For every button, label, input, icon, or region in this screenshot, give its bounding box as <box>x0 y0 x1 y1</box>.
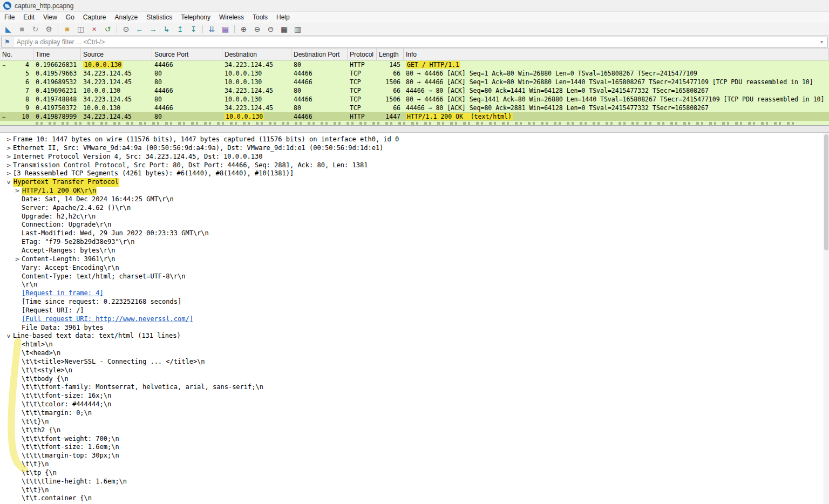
expander-closed-icon[interactable]: > <box>13 187 22 195</box>
colorize-icon[interactable]: ▤ <box>219 23 232 35</box>
expander-open-icon[interactable]: v <box>4 178 13 187</box>
reload-file-icon[interactable]: ↺ <box>101 23 114 35</box>
menu-analyze[interactable]: Analyze <box>111 12 142 22</box>
packet-row-7[interactable]: 70.41969623110.0.0.1304446634.223.124.45… <box>0 86 829 95</box>
expander-closed-icon[interactable]: > <box>4 144 13 153</box>
detail-line[interactable]: \t\t}\n <box>0 418 829 426</box>
expander-open-icon[interactable]: v <box>4 332 13 340</box>
detail-line[interactable]: ETag: "f79-5e28b29d38e93"\r\n <box>0 238 829 247</box>
detail-line[interactable]: \t\t\tfont-weight: 700;\n <box>0 435 829 444</box>
detail-line[interactable]: [Full request URI: http://www.neverssl.c… <box>0 315 829 324</box>
detail-line[interactable]: \t\t\tfont-family: Montserrat, helvetica… <box>0 383 829 392</box>
detail-line[interactable]: [Time since request: 0.223252168 seconds… <box>0 298 829 307</box>
menu-capture[interactable]: Capture <box>79 12 111 22</box>
menu-edit[interactable]: Edit <box>19 12 39 22</box>
detail-line[interactable]: [Request URI: /] <box>0 307 829 315</box>
filter-bookmark-icon[interactable]: ⚑ <box>2 37 13 47</box>
go-to-bottom-icon[interactable]: ↧ <box>187 23 200 35</box>
detail-line[interactable]: \t\t\tmargin: 0;\n <box>0 409 829 418</box>
menu-help[interactable]: Help <box>272 12 294 22</box>
column-header-info[interactable]: Info <box>404 49 829 60</box>
detail-tree-node[interactable]: >Transmission Control Protocol, Src Port… <box>0 161 829 170</box>
pane-splitter[interactable] <box>0 125 829 133</box>
detail-line[interactable]: \t\t}\n <box>0 460 829 469</box>
column-header-protocol[interactable]: Protocol <box>348 49 377 60</box>
packet-row-9[interactable]: 90.41975037210.0.0.1304446634.223.124.45… <box>0 104 829 112</box>
detail-line[interactable]: \t\t\tcolor: #444444;\n <box>0 400 829 409</box>
menu-tools[interactable]: Tools <box>248 12 272 22</box>
detail-line[interactable]: \t\tp {\n <box>0 469 829 478</box>
detail-link[interactable]: [Request in frame: 4] <box>22 289 104 298</box>
find-packet-icon[interactable]: ⊙ <box>119 23 133 35</box>
column-header-source[interactable]: Source <box>81 49 152 60</box>
detail-link[interactable]: [Full request URI: http://www.neverssl.c… <box>22 315 193 324</box>
auto-scroll-icon[interactable]: ⇊ <box>205 23 219 35</box>
packet-row-8[interactable]: 80.41974884834.223.124.458010.0.0.130444… <box>0 95 829 104</box>
packet-row-6[interactable]: 60.41968953234.223.124.458010.0.0.130444… <box>0 78 829 86</box>
column-header-destination[interactable]: Destination <box>222 49 291 60</box>
menu-file[interactable]: File <box>0 12 19 22</box>
zoom-100-icon[interactable]: ⊜ <box>264 23 277 35</box>
packet-row-10[interactable]: ←100.41987899934.223.124.458010.0.0.1304… <box>0 112 829 121</box>
column-header-no-[interactable]: No. <box>0 49 33 60</box>
expander-closed-icon[interactable]: > <box>4 161 13 170</box>
menu-telephony[interactable]: Telephony <box>176 12 215 22</box>
detail-tree-node[interactable]: >Ethernet II, Src: VMware_9d:a4:9a (00:5… <box>0 144 829 153</box>
detail-tree-node[interactable]: vLine-based text data: text/html (131 li… <box>0 332 829 340</box>
detail-tree-node[interactable]: >Content-Length: 3961\r\n <box>0 255 829 264</box>
detail-line[interactable]: \t<head>\n <box>0 349 829 358</box>
detail-line[interactable]: Server: Apache/2.4.62 ()\r\n <box>0 204 829 213</box>
detail-line[interactable]: \t\th2 {\n <box>0 426 829 435</box>
go-forward-icon[interactable]: → <box>146 23 160 35</box>
detail-line[interactable]: [Request in frame: 4] <box>0 289 829 298</box>
detail-line[interactable]: \t\t\tfont-size: 16x;\n <box>0 392 829 400</box>
menu-statistics[interactable]: Statistics <box>142 12 176 22</box>
menu-wireless[interactable]: Wireless <box>215 12 248 22</box>
detail-line[interactable]: \t\t.container {\n <box>0 494 829 503</box>
detail-line[interactable]: \t\t\tmargin-top: 30px;\n <box>0 452 829 460</box>
packet-row-5[interactable]: 50.41957966334.223.124.458010.0.0.130444… <box>0 69 829 78</box>
detail-line[interactable]: \t\t}\n <box>0 486 829 495</box>
menu-view[interactable]: View <box>39 12 62 22</box>
capture-options-icon[interactable]: ⚙ <box>42 23 56 35</box>
detail-line[interactable]: Connection: Upgrade\r\n <box>0 221 829 229</box>
expander-closed-icon[interactable]: > <box>4 169 13 178</box>
expander-closed-icon[interactable]: > <box>4 153 13 161</box>
detail-line[interactable]: \t\t\tline-height: 1.6em;\n <box>0 478 829 486</box>
detail-tree-node[interactable]: >Frame 10: 1447 bytes on wire (11576 bit… <box>0 135 829 144</box>
start-capture-icon[interactable]: ◣ <box>2 23 15 35</box>
detail-line[interactable]: \t\t<style>\n <box>0 366 829 375</box>
go-to-top-icon[interactable]: ↥ <box>173 23 187 35</box>
resize-columns-icon[interactable]: ▦ <box>277 23 291 35</box>
filter-dropdown-arrow-icon[interactable]: ▾ <box>816 39 827 45</box>
reset-layout-icon[interactable]: ▥ <box>291 23 304 35</box>
detail-tree-node[interactable]: vHypertext Transfer Protocol <box>0 178 829 187</box>
zoom-out-icon[interactable]: ⊖ <box>250 23 264 35</box>
column-header-length[interactable]: Length <box>377 49 404 60</box>
expander-closed-icon[interactable]: > <box>4 135 13 144</box>
save-file-icon[interactable]: ◫ <box>74 23 87 35</box>
detail-line[interactable]: \t\t<title>NeverSSL - Connecting ... </t… <box>0 358 829 366</box>
display-filter-input[interactable] <box>13 38 816 46</box>
detail-line[interactable]: Date: Sat, 14 Dec 2024 16:44:25 GMT\r\n <box>0 195 829 204</box>
details-scrollbar-thumb[interactable] <box>824 134 828 250</box>
packet-row-partial[interactable] <box>0 121 829 125</box>
detail-line[interactable]: Upgrade: h2,h2c\r\n <box>0 213 829 221</box>
zoom-in-icon[interactable]: ⊕ <box>237 23 250 35</box>
detail-line[interactable]: File Data: 3961 bytes <box>0 324 829 332</box>
detail-tree-node[interactable]: >Internet Protocol Version 4, Src: 34.22… <box>0 153 829 161</box>
detail-line[interactable]: Content-Type: text/html; charset=UTF-8\r… <box>0 273 829 281</box>
column-header-time[interactable]: Time <box>33 49 81 60</box>
go-back-icon[interactable]: ← <box>133 23 146 35</box>
detail-line[interactable]: \t\tbody {\n <box>0 375 829 384</box>
column-header-destination-port[interactable]: Destination Port <box>291 49 348 60</box>
detail-tree-node[interactable]: >HTTP/1.1 200 OK\r\n <box>0 187 829 195</box>
restart-capture-icon[interactable]: ↻ <box>29 23 42 35</box>
detail-line[interactable]: <html>\n <box>0 340 829 349</box>
expander-closed-icon[interactable]: > <box>13 255 22 264</box>
go-to-packet-icon[interactable]: ↳ <box>160 23 173 35</box>
detail-line[interactable]: Vary: Accept-Encoding\r\n <box>0 264 829 273</box>
close-file-icon[interactable]: × <box>87 23 101 35</box>
packet-row-4[interactable]: →40.19662683110.0.0.1304446634.223.124.4… <box>0 60 829 69</box>
column-header-source-port[interactable]: Source Port <box>152 49 222 60</box>
